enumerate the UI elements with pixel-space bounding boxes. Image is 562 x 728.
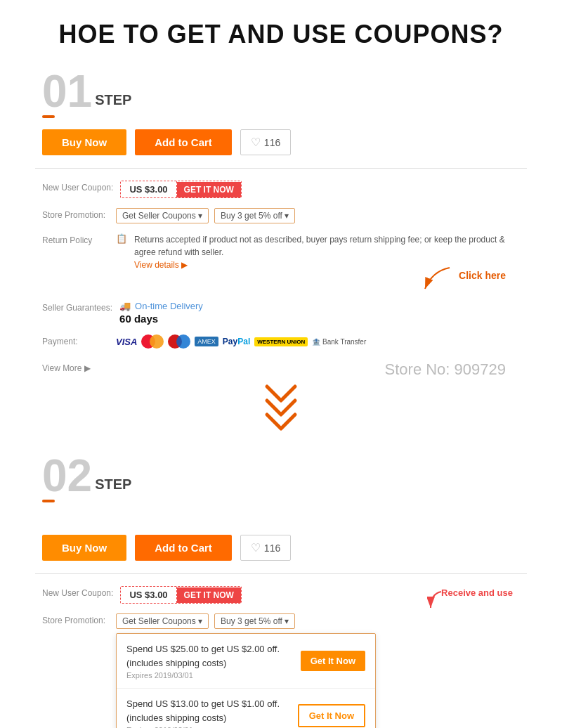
step1-payment-content: VISA AMEX PayPal WESTERN UNION 🏦 Bank Tr… (116, 334, 520, 349)
step1-action-bar: Buy Now Add to Cart ♡ 116 (0, 122, 562, 165)
step1-return-policy-label: Return Policy (42, 233, 109, 247)
step2-buy-now-button[interactable]: Buy Now (42, 535, 126, 561)
step1-seller-guarantees-label: Seller Guarantees: (42, 301, 112, 314)
step1-return-policy-row: Return Policy 📋 Returns accepted if prod… (42, 228, 520, 296)
step1-delivery-days: 60 days (119, 313, 520, 325)
step1-store-no: Store No: 909729 (385, 360, 506, 379)
western-union-icon: WESTERN UNION (254, 337, 308, 346)
return-policy-icon: 📋 (116, 233, 127, 244)
step1-get-coupon-button[interactable]: GET IT NOW (177, 182, 241, 197)
step1-section: 01 STEP Buy Now Add to Cart ♡ 116 New Us… (0, 62, 562, 446)
bank-transfer-icon: 🏦 Bank Transfer (312, 338, 366, 346)
step1-coupon-label: New User Coupon: (42, 181, 113, 194)
step2-action-bar: Buy Now Add to Cart ♡ 116 (0, 528, 562, 571)
receive-use-annotation: Receive and use (441, 586, 513, 599)
step1-info-table: New User Coupon: US $3.00 GET IT NOW Sto… (0, 169, 562, 360)
step1-promo-pill2[interactable]: Buy 3 get 5% off ▾ (214, 208, 295, 223)
step2-get-it-now-btn2[interactable]: Get It Now (298, 704, 365, 727)
step2-promo-row: Store Promotion: Get Seller Coupons ▾ Bu… (42, 609, 520, 728)
step1-promo-pill1[interactable]: Get Seller Coupons ▾ (116, 208, 209, 223)
step2-promo-content: Get Seller Coupons ▾ Buy 3 get 5% off ▾ … (116, 613, 520, 728)
heart-icon: ♡ (251, 136, 261, 149)
step2-coupon-content: US $3.00 GET IT NOW (120, 586, 434, 604)
step2-heart-icon: ♡ (251, 541, 261, 554)
step1-view-more-row: View More ▶ Store No: 909729 (0, 360, 562, 376)
step2-promo-pill1[interactable]: Get Seller Coupons ▾ (116, 613, 209, 629)
step2-section: 02 STEP Buy Now Add to Cart ♡ 116 New Us… (0, 446, 562, 728)
step2-promo-item1-expires: Expires 2019/03/01 (126, 671, 280, 680)
step2-promo-pill2[interactable]: Buy 3 get 5% off ▾ (214, 613, 295, 629)
step2-coupon-row: New User Coupon: US $3.00 GET IT NOW Rec… (42, 581, 520, 609)
step2-wishlist-count: 116 (264, 542, 280, 554)
step1-promo-content: Get Seller Coupons ▾ Buy 3 get 5% off ▾ (116, 208, 520, 223)
visa-icon: VISA (116, 337, 137, 347)
step1-coupon-value: US $3.00 (121, 181, 176, 197)
step1-coupon-content: US $3.00 GET IT NOW (120, 181, 520, 198)
step1-return-policy-content: 📋 Returns accepted if product not as des… (116, 233, 520, 291)
step1-buy-now-button[interactable]: Buy Now (42, 129, 126, 155)
step2-coupon-value: US $3.00 (121, 587, 176, 603)
delivery-truck-icon: 🚚 (119, 301, 131, 311)
maestro-icon (168, 334, 190, 349)
step1-return-policy-text: Returns accepted if product not as descr… (134, 233, 520, 259)
step2-promo-label: Store Promotion: (42, 613, 109, 627)
step1-wishlist-button[interactable]: ♡ 116 (240, 129, 291, 155)
step1-seller-guarantees-row: Seller Guarantees: 🚚 On-time Delivery 60… (42, 296, 520, 330)
step1-payment-label: Payment: (42, 334, 109, 348)
click-here-arrow (418, 264, 453, 292)
receive-use-arrow (427, 590, 448, 611)
paypal-icon: PayPal (223, 337, 250, 346)
step2-number: 02 STEP (0, 446, 562, 507)
step1-on-time-delivery: 🚚 On-time Delivery (119, 301, 520, 311)
mastercard-icon (141, 334, 164, 349)
page-title: HOE TO GET AND USE COUPONS? (0, 0, 562, 62)
step2-promo-item1-text: Spend US $25.00 to get US $2.00 off.(inc… (126, 642, 280, 680)
step1-view-more[interactable]: View More ▶ (42, 363, 91, 373)
step2-promo-item2-text: Spend US $13.00 to get US $1.00 off.(inc… (126, 697, 280, 728)
step1-number: 01 STEP (0, 62, 562, 122)
click-here-annotation: Click here (116, 270, 520, 291)
step2-coupon-label: New User Coupon: (42, 586, 113, 599)
click-here-label: Click here (459, 270, 506, 281)
step1-promo-row: Store Promotion: Get Seller Coupons ▾ Bu… (42, 203, 520, 228)
step2-get-coupon-button[interactable]: GET IT NOW (177, 587, 241, 603)
step1-coupon-row: New User Coupon: US $3.00 GET IT NOW (42, 176, 520, 203)
step2-promo-item1: Spend US $25.00 to get US $2.00 off.(inc… (117, 634, 375, 689)
step2-promo-dropdown: Spend US $25.00 to get US $2.00 off.(inc… (116, 633, 376, 728)
step1-payment-row: Payment: VISA AMEX PayPal WESTERN UNION (42, 330, 520, 353)
step2-info-table: New User Coupon: US $3.00 GET IT NOW Rec… (0, 574, 562, 728)
step1-seller-guarantees-content: 🚚 On-time Delivery 60 days (119, 301, 520, 325)
step2-coupon-box: US $3.00 GET IT NOW (120, 586, 242, 604)
step1-view-details[interactable]: View details ▶ (134, 260, 520, 270)
chevron-triple-down-icon (260, 383, 302, 432)
step2-promo-item2: Spend US $13.00 to get US $1.00 off.(inc… (117, 689, 375, 728)
step2-wishlist-button[interactable]: ♡ 116 (240, 535, 291, 561)
step2-get-it-now-btn1[interactable]: Get It Now (301, 651, 365, 671)
step1-wishlist-count: 116 (264, 137, 280, 148)
receive-use-label: Receive and use (441, 587, 513, 598)
step2-promo-pills: Get Seller Coupons ▾ Buy 3 get 5% off ▾ (116, 613, 520, 629)
step1-payment-icons: VISA AMEX PayPal WESTERN UNION 🏦 Bank Tr… (116, 334, 520, 349)
step2-add-to-cart-button[interactable]: Add to Cart (135, 535, 232, 561)
amex-icon: AMEX (195, 337, 218, 346)
step1-promo-label: Store Promotion: (42, 208, 109, 221)
step1-add-to-cart-button[interactable]: Add to Cart (135, 129, 232, 155)
step1-promo-pills: Get Seller Coupons ▾ Buy 3 get 5% off ▾ (116, 208, 520, 223)
chevron-down-section (0, 376, 562, 446)
step1-coupon-box: US $3.00 GET IT NOW (120, 181, 242, 198)
